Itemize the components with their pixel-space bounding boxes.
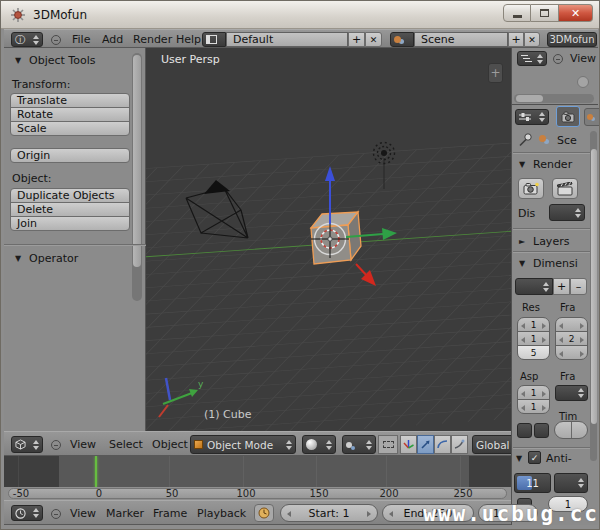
translate-manipulator-button[interactable] xyxy=(400,435,417,454)
aspect-x-stepper[interactable]: 1 xyxy=(517,385,550,400)
decrement-icon[interactable] xyxy=(389,511,393,517)
scene-field[interactable]: Scene xyxy=(414,32,508,47)
expand-arrow-icon[interactable]: ► xyxy=(519,237,525,246)
render-animation-button[interactable] xyxy=(552,178,578,199)
menu-frame[interactable]: Frame xyxy=(151,507,189,520)
menu-file[interactable]: File xyxy=(70,33,92,46)
collapse-arrow-icon[interactable]: ▼ xyxy=(519,160,525,169)
display-dropdown[interactable] xyxy=(549,204,585,221)
time-remap-field[interactable] xyxy=(554,421,588,439)
render-preset-dropdown[interactable] xyxy=(515,278,553,295)
menu-help[interactable]: Help xyxy=(174,33,203,46)
layout-add-button[interactable]: + xyxy=(348,32,365,47)
menu-select[interactable]: Select xyxy=(107,438,145,451)
outliner-menu-view[interactable]: View xyxy=(568,52,598,65)
collapse-menus-button[interactable] xyxy=(51,509,61,519)
scrollbar-thumb[interactable] xyxy=(591,149,597,424)
brand-button[interactable]: 3DMofun xyxy=(547,32,597,47)
viewport-scene[interactable] xyxy=(146,48,511,431)
origin-button[interactable]: Origin xyxy=(10,148,130,163)
rotate-button[interactable]: Rotate xyxy=(10,107,130,122)
curve-tool-button-2[interactable] xyxy=(451,435,468,454)
aa-checkbox[interactable]: ✓ xyxy=(528,451,541,464)
translate-button[interactable]: Translate xyxy=(10,93,130,108)
join-button[interactable]: Join xyxy=(10,216,130,231)
decrement-icon[interactable] xyxy=(287,511,291,517)
time-sync-toggle[interactable] xyxy=(254,504,274,522)
menu-render[interactable]: Render xyxy=(131,33,174,46)
minimize-button[interactable] xyxy=(503,4,531,22)
render-panel-title[interactable]: Render xyxy=(533,158,572,171)
dimensions-panel-title[interactable]: Dimensi xyxy=(533,257,578,270)
tool-shelf-scrollbar[interactable] xyxy=(132,53,142,301)
maximize-button[interactable] xyxy=(531,4,559,22)
res-percent-stepper[interactable]: 5 xyxy=(517,345,550,360)
timeline-ruler[interactable]: -50 0 50 100 150 200 250 xyxy=(4,487,511,500)
aa-samples-button[interactable]: 11 xyxy=(514,473,551,493)
mode-dropdown[interactable]: Object Mode xyxy=(190,435,296,454)
breadcrumb[interactable]: Sce xyxy=(557,134,577,147)
editor-type-selector-timeline[interactable] xyxy=(11,505,43,521)
delete-button[interactable]: Delete xyxy=(10,202,130,217)
collapse-arrow-icon[interactable]: ▼ xyxy=(516,454,522,463)
screen-layout-field[interactable]: Default xyxy=(226,32,348,47)
screen-layout-icon-button[interactable] xyxy=(202,32,226,47)
editor-type-selector-properties[interactable] xyxy=(515,109,549,125)
preset-add-button[interactable]: + xyxy=(553,278,570,295)
timeline-band[interactable] xyxy=(4,456,511,487)
collapse-menus-button[interactable] xyxy=(51,35,61,45)
scrollbar-thumb[interactable] xyxy=(516,95,543,102)
properties-vscrollbar[interactable] xyxy=(590,131,597,461)
scrollbar-thumb[interactable] xyxy=(133,55,141,267)
aspect-y-stepper[interactable]: 1 xyxy=(517,399,550,414)
open-properties-region-tab[interactable]: + xyxy=(488,63,503,83)
menu-marker[interactable]: Marker xyxy=(104,507,146,520)
curve-tool-button-1[interactable] xyxy=(434,435,451,454)
rotate-manipulator-button[interactable] xyxy=(417,435,434,454)
increment-icon[interactable] xyxy=(367,511,371,517)
scene-delete-button[interactable]: ✕ xyxy=(524,32,540,47)
operator-panel-title[interactable]: Operator xyxy=(29,252,78,265)
time-toggle-1[interactable] xyxy=(517,423,532,438)
scene-add-button[interactable]: + xyxy=(508,32,524,47)
title-bar[interactable]: 3DMofun ✕ xyxy=(1,1,600,29)
viewport-3d[interactable]: User Persp y (1) Cube + ▼ Object Tools T… xyxy=(4,48,511,431)
preset-remove-button[interactable]: – xyxy=(570,278,587,295)
menu-add[interactable]: Add xyxy=(100,33,125,46)
collapse-arrow-icon[interactable]: ▼ xyxy=(519,259,525,268)
tab-render[interactable] xyxy=(556,106,580,127)
collapse-arrow-icon[interactable]: ▼ xyxy=(15,254,21,263)
close-button[interactable]: ✕ xyxy=(559,4,593,22)
aa-filter-dropdown[interactable] xyxy=(554,473,588,493)
duplicate-objects-button[interactable]: Duplicate Objects xyxy=(10,188,130,203)
layout-delete-button[interactable]: ✕ xyxy=(365,32,382,47)
cube-object[interactable] xyxy=(311,212,361,264)
scene-icon-button[interactable] xyxy=(390,32,414,47)
tab-scene[interactable] xyxy=(584,108,600,126)
menu-playback[interactable]: Playback xyxy=(195,507,248,520)
editor-type-selector-outliner[interactable] xyxy=(517,51,547,66)
timeline-hscrollbar[interactable] xyxy=(8,488,507,499)
collapse-menus-button[interactable] xyxy=(51,440,61,450)
menu-object[interactable]: Object xyxy=(150,438,190,451)
menu-view[interactable]: View xyxy=(68,507,98,520)
editor-type-selector-info[interactable]: ⓘ xyxy=(11,32,43,47)
manipulator-toggle-button[interactable] xyxy=(378,435,398,454)
tool-shelf-panel-title[interactable]: Object Tools xyxy=(29,54,95,67)
render-image-button[interactable] xyxy=(518,178,544,199)
viewport-shading-dropdown[interactable] xyxy=(302,435,336,454)
current-frame-line[interactable] xyxy=(95,456,97,487)
scale-button[interactable]: Scale xyxy=(10,121,130,136)
collapse-menus-button[interactable] xyxy=(553,54,563,64)
res-y-stepper[interactable]: 1 xyxy=(517,331,550,346)
frame-rate-dropdown[interactable] xyxy=(555,385,588,401)
frame-step-stepper[interactable] xyxy=(555,345,588,360)
outliner-hscrollbar[interactable] xyxy=(514,94,594,103)
pivot-point-dropdown[interactable] xyxy=(342,435,376,454)
outliner-restrict-icon[interactable] xyxy=(577,76,589,88)
frame-end-stepper[interactable]: 2 xyxy=(555,331,588,346)
menu-view[interactable]: View xyxy=(68,438,98,451)
collapse-arrow-icon[interactable]: ▼ xyxy=(15,56,21,65)
start-frame-field[interactable]: Start: 1 xyxy=(280,504,378,522)
frame-start-stepper[interactable] xyxy=(555,317,588,332)
